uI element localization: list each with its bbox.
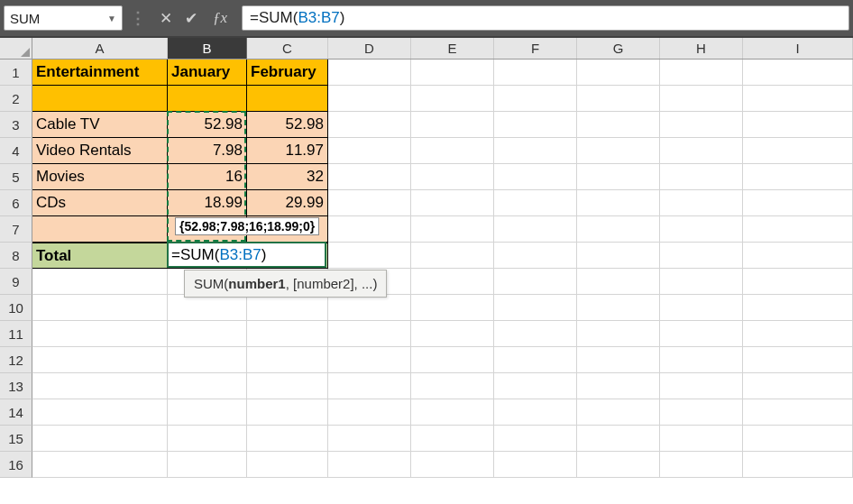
cell-H6[interactable] <box>660 190 743 216</box>
cell-B3[interactable]: 52.98 <box>168 112 247 138</box>
cell-D4[interactable] <box>328 138 411 164</box>
cell-E2[interactable] <box>411 86 494 112</box>
row-header-9[interactable]: 9 <box>0 269 32 295</box>
editing-cell-overlay[interactable]: =SUM(B3:B7) <box>167 242 326 268</box>
cell-D8[interactable] <box>328 243 411 269</box>
row-header-13[interactable]: 13 <box>0 373 32 399</box>
name-box[interactable]: SUM ▼ <box>4 5 123 31</box>
cell-G1[interactable] <box>577 60 660 86</box>
cell-H16[interactable] <box>660 452 743 478</box>
cell-B12[interactable] <box>168 347 247 373</box>
name-box-dropdown-icon[interactable]: ▼ <box>107 14 116 23</box>
col-header-D[interactable]: D <box>328 38 411 59</box>
cell-E14[interactable] <box>411 399 494 426</box>
formula-input[interactable]: =SUM(B3:B7) <box>242 5 849 31</box>
cell-G4[interactable] <box>577 138 660 164</box>
cell-E11[interactable] <box>411 321 494 347</box>
cell-C6[interactable]: 29.99 <box>247 190 328 216</box>
cell-A8[interactable]: Total <box>32 243 168 269</box>
cell-E3[interactable] <box>411 112 494 138</box>
row-header-14[interactable]: 14 <box>0 399 32 426</box>
cell-G6[interactable] <box>577 190 660 216</box>
cell-I16[interactable] <box>743 452 853 478</box>
row-header-16[interactable]: 16 <box>0 452 32 478</box>
cell-I6[interactable] <box>743 190 853 216</box>
cell-G8[interactable] <box>577 243 660 269</box>
cell-B4[interactable]: 7.98 <box>168 138 247 164</box>
cell-E16[interactable] <box>411 452 494 478</box>
cell-I7[interactable] <box>743 216 853 243</box>
function-signature-tooltip[interactable]: SUM(number1, [number2], ...) <box>184 270 387 298</box>
cell-B16[interactable] <box>168 452 247 478</box>
row-header-2[interactable]: 2 <box>0 86 32 112</box>
cell-F5[interactable] <box>494 164 577 190</box>
cell-C11[interactable] <box>247 321 328 347</box>
cell-D16[interactable] <box>328 452 411 478</box>
cell-C16[interactable] <box>247 452 328 478</box>
cell-B11[interactable] <box>168 321 247 347</box>
cell-H3[interactable] <box>660 112 743 138</box>
cell-A15[interactable] <box>32 426 168 452</box>
cell-C4[interactable]: 11.97 <box>247 138 328 164</box>
row-header-4[interactable]: 4 <box>0 138 32 164</box>
col-header-F[interactable]: F <box>494 38 577 59</box>
cell-B15[interactable] <box>168 426 247 452</box>
col-header-H[interactable]: H <box>660 38 743 59</box>
row-header-11[interactable]: 11 <box>0 321 32 347</box>
cell-H14[interactable] <box>660 399 743 426</box>
row-header-6[interactable]: 6 <box>0 190 32 216</box>
cell-E10[interactable] <box>411 295 494 321</box>
cell-I1[interactable] <box>743 60 853 86</box>
cell-G3[interactable] <box>577 112 660 138</box>
cell-E9[interactable] <box>411 269 494 295</box>
cell-D2[interactable] <box>328 86 411 112</box>
row-header-1[interactable]: 1 <box>0 60 32 86</box>
cell-G7[interactable] <box>577 216 660 243</box>
cell-C12[interactable] <box>247 347 328 373</box>
cell-A7[interactable] <box>32 216 168 243</box>
cell-H11[interactable] <box>660 321 743 347</box>
cell-F9[interactable] <box>494 269 577 295</box>
row-header-12[interactable]: 12 <box>0 347 32 373</box>
cell-F10[interactable] <box>494 295 577 321</box>
cell-H8[interactable] <box>660 243 743 269</box>
cell-F1[interactable] <box>494 60 577 86</box>
cell-H15[interactable] <box>660 426 743 452</box>
cell-A11[interactable] <box>32 321 168 347</box>
insert-function-button[interactable]: ƒx <box>204 9 236 27</box>
cell-I5[interactable] <box>743 164 853 190</box>
row-header-15[interactable]: 15 <box>0 426 32 452</box>
cell-A2[interactable] <box>32 86 168 112</box>
cell-F15[interactable] <box>494 426 577 452</box>
cell-B14[interactable] <box>168 399 247 426</box>
col-header-C[interactable]: C <box>247 38 328 59</box>
cell-E7[interactable] <box>411 216 494 243</box>
cell-I12[interactable] <box>743 347 853 373</box>
cell-B2[interactable] <box>168 86 247 112</box>
cell-G10[interactable] <box>577 295 660 321</box>
cell-F8[interactable] <box>494 243 577 269</box>
row-header-7[interactable]: 7 <box>0 216 32 243</box>
cell-B1[interactable]: January <box>168 60 247 86</box>
cell-G2[interactable] <box>577 86 660 112</box>
cell-F7[interactable] <box>494 216 577 243</box>
cell-H4[interactable] <box>660 138 743 164</box>
cell-B10[interactable] <box>168 295 247 321</box>
cell-E1[interactable] <box>411 60 494 86</box>
cell-A6[interactable]: CDs <box>32 190 168 216</box>
cell-C14[interactable] <box>247 399 328 426</box>
cell-D12[interactable] <box>328 347 411 373</box>
cell-A3[interactable]: Cable TV <box>32 112 168 138</box>
cell-F3[interactable] <box>494 112 577 138</box>
cell-F14[interactable] <box>494 399 577 426</box>
cell-G14[interactable] <box>577 399 660 426</box>
cell-H1[interactable] <box>660 60 743 86</box>
cell-C3[interactable]: 52.98 <box>247 112 328 138</box>
cell-G5[interactable] <box>577 164 660 190</box>
cell-C15[interactable] <box>247 426 328 452</box>
row-header-10[interactable]: 10 <box>0 295 32 321</box>
cell-A16[interactable] <box>32 452 168 478</box>
col-header-B[interactable]: B <box>168 38 247 59</box>
cancel-formula-button[interactable]: ✕ <box>153 9 179 28</box>
row-header-3[interactable]: 3 <box>0 112 32 138</box>
